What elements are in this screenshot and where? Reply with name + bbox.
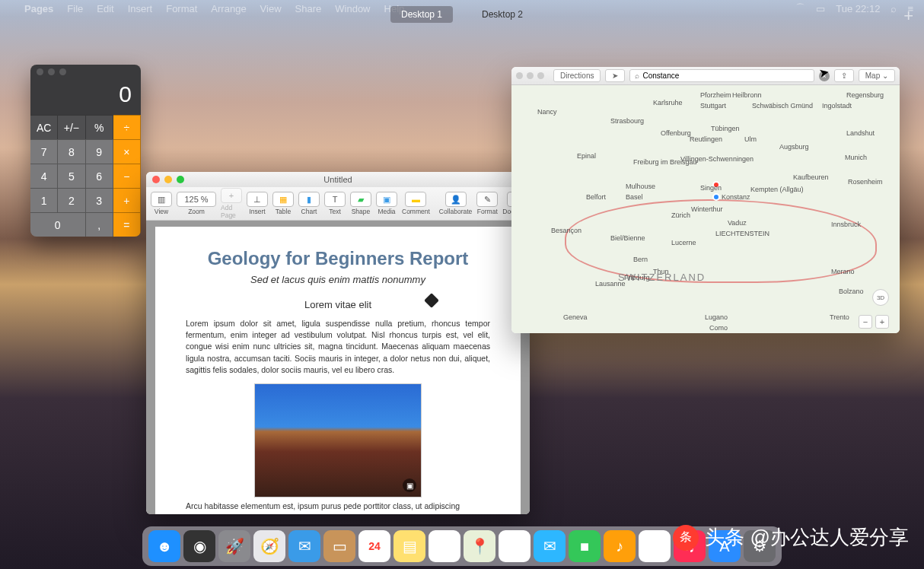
city-label: Lucerne [671,239,696,246]
maps-search[interactable]: ⌕ [629,69,814,82]
space-desktop-2[interactable]: Desktop 2 [471,6,534,23]
dock-stocks[interactable]: ▮ [639,530,671,562]
tb-insert[interactable]: ⊥Insert [247,192,268,215]
city-label: Winterthur [691,205,723,213]
calc-keypad: AC+/−%÷789×456−123+0,= [30,115,141,237]
dock-maps[interactable]: 📍 [464,530,495,562]
calc-key-1[interactable]: 1 [30,188,58,212]
tb-view[interactable]: ▥View [151,192,172,215]
dock-safari[interactable]: 🧭 [253,530,285,562]
city-label: Vaduz [728,219,747,227]
watermark: 条 头条 @办公达人爱分享 [673,524,909,551]
dock-photos[interactable]: ✿ [499,530,531,562]
dock-contacts[interactable]: ▭ [323,530,355,562]
spaces-bar: Desktop 1 Desktop 2 + [0,0,924,29]
tb-media[interactable]: ▣Media [376,192,397,215]
tb-comment[interactable]: ▬Comment [402,192,430,215]
add-space-button[interactable]: + [903,6,913,26]
tb-format[interactable]: ✎Format [476,192,498,215]
city-label: Munich [845,154,867,161]
doc-image[interactable]: ▣ [254,383,422,497]
city-label: Landshut [846,129,875,137]
share-button[interactable]: ⇪ [834,69,854,82]
zoom-out-button[interactable]: − [859,315,872,329]
calc-key-8[interactable]: 8 [58,139,85,164]
tb-zoom[interactable]: 125 %Zoom [177,192,216,215]
city-label: Geneva [563,313,588,321]
calc-key-5[interactable]: 5 [58,164,85,188]
pages-toolbar: ▥View 125 %Zoom +Add Page ⊥Insert ▦Table… [146,187,530,221]
image-gallery-icon[interactable]: ▣ [403,478,416,492]
map-canvas[interactable]: SWITZERLAND 3D − + NancyStrasbourgStuttg… [511,85,900,333]
watermark-text: @办公达人爱分享 [750,524,909,551]
dock-itunes-remote[interactable]: ♪ [604,530,636,562]
dock-mail[interactable]: ✉ [288,530,320,562]
city-label: Kaufbeuren [793,173,829,181]
locate-button[interactable]: ➤ [605,69,625,82]
calc-key-×[interactable]: × [113,139,141,164]
calc-key-%[interactable]: % [86,115,113,139]
tb-collaborate[interactable]: 👤Collaborate [439,192,472,215]
search-icon: ⌕ [635,72,639,80]
city-label: Trento [830,313,849,321]
maps-window[interactable]: Directions ➤ ⌕ × ⇪ Map ⌄ SWITZERLAND 3D … [511,67,900,333]
dock-facetime[interactable]: ■ [569,530,601,562]
maps-search-input[interactable] [642,72,808,80]
calc-key-=[interactable]: = [113,212,141,237]
calc-key-AC[interactable]: AC [30,115,58,139]
calc-key-,[interactable]: , [86,212,113,237]
doc-heading: Geology for Beginners Report [186,248,490,269]
calc-key-7[interactable]: 7 [30,139,58,164]
dock-finder[interactable]: ☻ [148,530,180,562]
map-mode-button[interactable]: Map ⌄ [859,69,895,82]
calc-display: 0 [30,78,141,115]
tb-text[interactable]: TText [324,192,346,215]
dock-messages[interactable]: ✉ [534,530,566,562]
dock-launchpad[interactable]: 🚀 [218,530,250,562]
tb-shape[interactable]: ▰Shape [350,192,371,215]
tb-chart[interactable]: ▮Chart [298,192,320,215]
maps-traffic-lights[interactable] [516,72,544,79]
doc-section: Lorem vitae elit [186,299,490,310]
tb-add-page[interactable]: +Add Page [221,188,242,219]
city-label: Lugano [705,313,728,321]
calc-key-+/−[interactable]: +/− [58,115,85,139]
map-3d-button[interactable]: 3D [872,289,889,306]
city-label: Merano [831,268,855,275]
pages-canvas[interactable]: Geology for Beginners Report Sed et lacu… [146,221,530,514]
calc-key-2[interactable]: 2 [58,188,85,212]
calc-key-3[interactable]: 3 [86,188,113,212]
city-label: Zürich [671,211,690,219]
city-label: Thun [653,268,669,275]
map-pin-location[interactable] [712,193,720,201]
dock-calendar[interactable]: 24 [358,530,390,562]
zoom-in-button[interactable]: + [875,315,889,329]
city-label: Basel [626,193,643,201]
city-label: Mulhouse [626,183,655,190]
pages-traffic-lights[interactable] [152,176,184,183]
city-label: Heilbronn [732,91,762,99]
city-label: Schwäbisch Gmünd [752,102,813,110]
city-label: Singen [700,184,722,192]
city-label: Bolzano [839,288,864,295]
dock-notes[interactable]: ▤ [393,530,425,562]
calc-key-+[interactable]: + [113,188,141,212]
calculator-window[interactable]: 0 AC+/−%÷789×456−123+0,= [30,65,141,237]
city-label: Besançon [551,227,581,234]
dock-siri[interactable]: ◉ [183,530,215,562]
calc-key-9[interactable]: 9 [86,139,113,164]
calc-key-4[interactable]: 4 [30,164,58,188]
space-desktop-1[interactable]: Desktop 1 [390,6,453,23]
pages-titlebar[interactable]: Untitled [146,172,530,187]
calc-key-÷[interactable]: ÷ [113,115,141,139]
directions-button[interactable]: Directions [553,69,601,82]
calc-key-6[interactable]: 6 [86,164,113,188]
city-label: Epinal [577,152,596,160]
city-label: Strasbourg [610,117,644,125]
city-label: Biel/Bienne [610,234,645,242]
dock-reminders[interactable]: ☑ [429,530,460,562]
calc-key-−[interactable]: − [113,164,141,188]
pages-window[interactable]: Untitled ▥View 125 %Zoom +Add Page ⊥Inse… [146,172,530,514]
tb-table[interactable]: ▦Table [272,192,294,215]
calc-key-0[interactable]: 0 [30,212,86,237]
